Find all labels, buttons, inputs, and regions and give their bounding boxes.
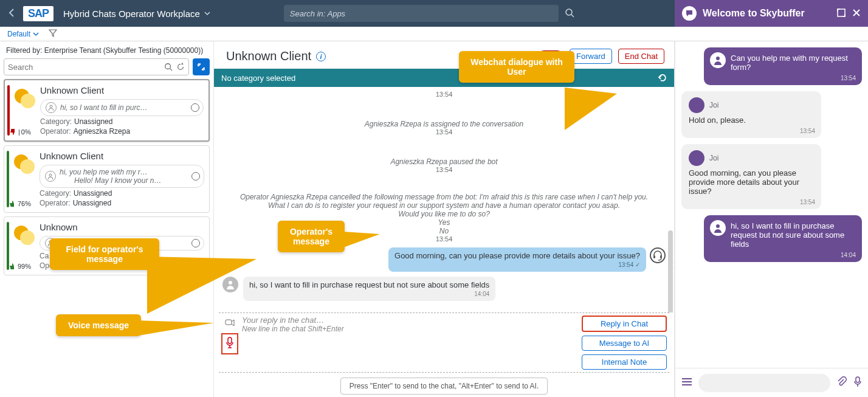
webchat-input[interactable] bbox=[698, 374, 830, 392]
card-preview: hi, so I want to fill in purc… bbox=[40, 99, 204, 116]
forward-button[interactable]: Forward bbox=[570, 49, 612, 64]
svg-line-3 bbox=[170, 69, 173, 71]
shell-search-input[interactable] bbox=[290, 9, 553, 18]
search-icon[interactable] bbox=[164, 63, 173, 71]
reply-placeholder-1: Your reply in the chat… bbox=[242, 316, 578, 325]
chevron-down-icon bbox=[204, 10, 211, 17]
callout-operator-message: Operator's message bbox=[278, 221, 345, 252]
undo-icon[interactable] bbox=[657, 72, 667, 84]
list-search-input[interactable] bbox=[8, 63, 164, 72]
chevron-down-icon bbox=[33, 31, 39, 37]
list-search-box[interactable] bbox=[4, 58, 189, 75]
chat-bubble-icon bbox=[682, 6, 697, 21]
back-icon[interactable] bbox=[7, 8, 17, 19]
shell-search[interactable] bbox=[284, 5, 559, 22]
webchat-bot-message: Joi Good morning, can you please provide… bbox=[681, 144, 821, 209]
microphone-icon[interactable] bbox=[853, 376, 862, 389]
client-name: Unknown Client i bbox=[226, 49, 326, 63]
chat-card[interactable]: Unknown Client hi, you help me with my r… bbox=[4, 145, 210, 213]
message-to-ai-button[interactable]: Message to AI bbox=[582, 336, 667, 351]
svg-point-15 bbox=[716, 224, 720, 228]
expand-icon[interactable] bbox=[836, 8, 846, 19]
attachment-icon[interactable] bbox=[836, 376, 847, 389]
svg-rect-7 bbox=[653, 255, 655, 258]
filter-icon[interactable] bbox=[49, 29, 57, 39]
webchat-panel: Can you help me with my request form? 13… bbox=[675, 41, 868, 397]
person-icon bbox=[46, 102, 57, 113]
system-message: Would you like me to do so? bbox=[220, 210, 668, 218]
sap-logo: SAP bbox=[23, 6, 53, 21]
webchat-header: Welcome to Skybuffer bbox=[675, 0, 868, 27]
chat-avatar-icon bbox=[15, 89, 36, 111]
search-icon[interactable] bbox=[565, 8, 574, 19]
card-preview-text2: Hello! May I know your n… bbox=[60, 176, 161, 185]
card-preview-text: hi, so I want to fill in purc… bbox=[60, 103, 147, 112]
card-title: Unknown bbox=[40, 222, 204, 232]
callout-webchat: Webchat dialogue with User bbox=[459, 51, 574, 83]
refresh-icon[interactable] bbox=[176, 63, 185, 71]
menu-icon[interactable] bbox=[681, 378, 692, 388]
variant-default-label: Default bbox=[7, 30, 30, 38]
callout-voice: Voice message bbox=[56, 314, 141, 336]
thumb-up-badge: 76% bbox=[9, 200, 31, 207]
category-bar-text: No category selected bbox=[221, 74, 295, 83]
voice-record-button[interactable] bbox=[221, 333, 238, 354]
app-title[interactable]: Hybrid Chats Operator Workplace bbox=[63, 9, 211, 19]
reply-in-chat-button[interactable]: Reply in Chat bbox=[582, 316, 667, 332]
workspace: Filtered by: Enterprise Tenant (Skybuffe… bbox=[0, 41, 868, 397]
info-icon[interactable]: i bbox=[316, 52, 326, 61]
variant-default[interactable]: Default bbox=[7, 30, 39, 38]
card-preview-text: hi, you help me with my r… bbox=[60, 168, 161, 176]
client-message-row: hi, so I want to fill in purchase reques… bbox=[222, 277, 668, 301]
svg-point-0 bbox=[566, 9, 572, 15]
thumb-up-badge: 99% bbox=[9, 263, 31, 270]
timestamp: 13:54 bbox=[220, 166, 668, 173]
person-icon bbox=[45, 171, 56, 182]
svg-point-14 bbox=[716, 57, 720, 60]
user-avatar-icon bbox=[710, 52, 726, 68]
reply-area: Your reply in the chat… New line in the … bbox=[219, 312, 669, 373]
reply-placeholder-2: New line in the chat Shift+Enter bbox=[242, 325, 578, 333]
chat-avatar-icon bbox=[14, 154, 36, 176]
card-stripe bbox=[7, 151, 9, 207]
status-circle-icon bbox=[191, 239, 200, 247]
status-circle-icon bbox=[191, 172, 200, 181]
webchat-bot-message: Joi Hold on, please. 13:54 bbox=[681, 91, 821, 138]
chat-card[interactable]: Unknown Client hi, so I want to fill in … bbox=[4, 79, 210, 142]
reply-talk-icon[interactable] bbox=[225, 318, 235, 330]
category-bar[interactable]: No category selected bbox=[214, 69, 674, 87]
svg-point-2 bbox=[165, 64, 171, 69]
svg-rect-11 bbox=[228, 337, 232, 343]
bot-avatar-icon bbox=[689, 150, 704, 166]
webchat-header-wrap: Welcome to Skybuffer bbox=[675, 0, 868, 27]
close-icon[interactable] bbox=[852, 9, 861, 19]
headset-icon bbox=[650, 247, 666, 263]
system-message: Agnieszka Rzepa paused the bot bbox=[220, 157, 668, 166]
reply-input[interactable]: Your reply in the chat… New line in the … bbox=[242, 316, 578, 370]
conversation-header: Unknown Client i Manual Mode ✕ Forward E… bbox=[214, 41, 674, 69]
card-preview: hi, you help me with my r… Hello! May I … bbox=[40, 165, 204, 188]
card-category: Category:Unassigned bbox=[40, 117, 204, 126]
keyboard-hint: Press "Enter" to send to the chat, "Alt+… bbox=[340, 378, 548, 395]
chat-avatar-icon bbox=[14, 226, 36, 247]
expand-button[interactable] bbox=[193, 58, 210, 75]
operator-message: Good morning, can you please provide mor… bbox=[388, 247, 646, 272]
svg-line-1 bbox=[571, 15, 574, 17]
webchat-body[interactable]: Can you help me with my request form? 13… bbox=[675, 41, 868, 368]
system-message: What I can do is to register your reques… bbox=[220, 201, 668, 210]
card-operator: Operator:Agnieszka Rzepa bbox=[40, 127, 204, 136]
internal-note-button[interactable]: Internal Note bbox=[582, 354, 667, 370]
bot-name: Joi bbox=[709, 101, 718, 109]
webchat-input-row bbox=[675, 368, 868, 397]
thumb-down-badge: |0% bbox=[10, 128, 31, 136]
svg-rect-8 bbox=[660, 255, 662, 258]
svg-rect-10 bbox=[226, 320, 232, 325]
system-message: Operator Agnieszka Rzepa cancelled the f… bbox=[220, 193, 668, 201]
callout-reply-field: Field for operator's message bbox=[50, 238, 159, 270]
scrollbar[interactable] bbox=[668, 230, 673, 312]
bot-name: Joi bbox=[709, 154, 718, 162]
end-chat-button[interactable]: End Chat bbox=[618, 49, 664, 64]
webchat-user-message: Can you help me with my request form? 13… bbox=[704, 47, 862, 85]
variant-row: Default bbox=[0, 27, 868, 41]
svg-rect-21 bbox=[838, 9, 845, 16]
